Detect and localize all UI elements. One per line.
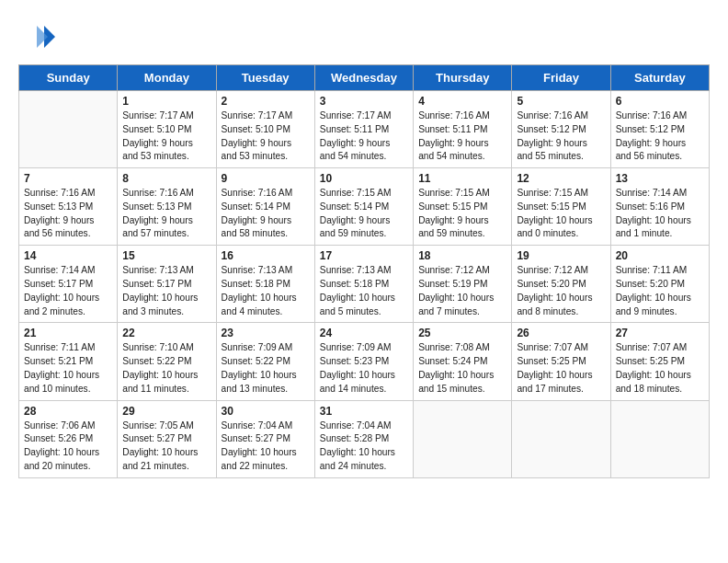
day-number: 3	[320, 95, 408, 108]
day-number: 11	[418, 172, 506, 185]
day-info: Sunrise: 7:16 AM Sunset: 5:11 PM Dayligh…	[418, 109, 506, 164]
day-info: Sunrise: 7:14 AM Sunset: 5:16 PM Dayligh…	[616, 187, 704, 241]
day-number: 12	[517, 172, 605, 185]
week-row-2: 7Sunrise: 7:16 AM Sunset: 5:13 PM Daylig…	[19, 168, 710, 246]
day-number: 15	[122, 249, 210, 262]
day-number: 30	[222, 405, 310, 418]
day-number: 20	[616, 249, 704, 262]
calendar-cell: 29Sunrise: 7:05 AM Sunset: 5:27 PM Dayli…	[118, 400, 216, 477]
day-info: Sunrise: 7:10 AM Sunset: 5:22 PM Dayligh…	[122, 341, 210, 396]
weekday-header-friday: Friday	[512, 65, 610, 91]
day-info: Sunrise: 7:08 AM Sunset: 5:24 PM Dayligh…	[418, 341, 506, 396]
calendar-cell: 21Sunrise: 7:11 AM Sunset: 5:21 PM Dayli…	[19, 323, 118, 400]
weekday-header-tuesday: Tuesday	[216, 65, 314, 91]
logo-icon	[18, 18, 55, 55]
weekday-header-saturday: Saturday	[610, 65, 709, 91]
day-info: Sunrise: 7:05 AM Sunset: 5:27 PM Dayligh…	[122, 419, 210, 474]
weekday-header-sunday: Sunday	[19, 65, 118, 91]
weekday-header-row: SundayMondayTuesdayWednesdayThursdayFrid…	[19, 65, 710, 91]
calendar-cell: 3Sunrise: 7:17 AM Sunset: 5:11 PM Daylig…	[314, 91, 413, 168]
calendar-cell: 2Sunrise: 7:17 AM Sunset: 5:10 PM Daylig…	[216, 91, 314, 168]
calendar-cell: 12Sunrise: 7:15 AM Sunset: 5:15 PM Dayli…	[512, 168, 610, 246]
calendar-cell: 1Sunrise: 7:17 AM Sunset: 5:10 PM Daylig…	[118, 91, 216, 168]
day-number: 26	[517, 327, 605, 339]
calendar-cell: 19Sunrise: 7:12 AM Sunset: 5:20 PM Dayli…	[512, 246, 610, 323]
calendar-cell: 9Sunrise: 7:16 AM Sunset: 5:14 PM Daylig…	[216, 168, 314, 246]
calendar-cell: 23Sunrise: 7:09 AM Sunset: 5:22 PM Dayli…	[216, 323, 314, 400]
calendar-cell	[414, 400, 512, 477]
weekday-header-thursday: Thursday	[414, 65, 512, 91]
calendar-cell: 20Sunrise: 7:11 AM Sunset: 5:20 PM Dayli…	[610, 246, 709, 323]
calendar-cell: 5Sunrise: 7:16 AM Sunset: 5:12 PM Daylig…	[512, 91, 610, 168]
day-number: 9	[222, 172, 310, 185]
week-row-1: 1Sunrise: 7:17 AM Sunset: 5:10 PM Daylig…	[19, 91, 710, 168]
day-number: 6	[616, 95, 704, 108]
calendar-cell: 7Sunrise: 7:16 AM Sunset: 5:13 PM Daylig…	[19, 168, 118, 246]
day-info: Sunrise: 7:15 AM Sunset: 5:15 PM Dayligh…	[418, 187, 506, 241]
day-info: Sunrise: 7:16 AM Sunset: 5:13 PM Dayligh…	[122, 187, 210, 241]
day-number: 10	[320, 172, 408, 185]
day-info: Sunrise: 7:12 AM Sunset: 5:20 PM Dayligh…	[517, 264, 605, 318]
day-info: Sunrise: 7:07 AM Sunset: 5:25 PM Dayligh…	[517, 341, 605, 396]
calendar-cell: 15Sunrise: 7:13 AM Sunset: 5:17 PM Dayli…	[118, 246, 216, 323]
calendar-cell: 18Sunrise: 7:12 AM Sunset: 5:19 PM Dayli…	[414, 246, 512, 323]
calendar-cell: 25Sunrise: 7:08 AM Sunset: 5:24 PM Dayli…	[414, 323, 512, 400]
day-number: 5	[517, 95, 605, 108]
day-number: 1	[122, 95, 210, 108]
calendar-cell: 27Sunrise: 7:07 AM Sunset: 5:25 PM Dayli…	[610, 323, 709, 400]
day-number: 19	[517, 249, 605, 262]
calendar-cell: 26Sunrise: 7:07 AM Sunset: 5:25 PM Dayli…	[512, 323, 610, 400]
calendar-cell	[512, 400, 610, 477]
logo	[18, 18, 59, 55]
calendar-cell: 24Sunrise: 7:09 AM Sunset: 5:23 PM Dayli…	[314, 323, 413, 400]
weekday-header-monday: Monday	[118, 65, 216, 91]
day-info: Sunrise: 7:15 AM Sunset: 5:14 PM Dayligh…	[320, 187, 408, 241]
calendar-cell: 14Sunrise: 7:14 AM Sunset: 5:17 PM Dayli…	[19, 246, 118, 323]
day-info: Sunrise: 7:11 AM Sunset: 5:20 PM Dayligh…	[616, 264, 704, 318]
week-row-3: 14Sunrise: 7:14 AM Sunset: 5:17 PM Dayli…	[19, 246, 710, 323]
calendar-cell: 17Sunrise: 7:13 AM Sunset: 5:18 PM Dayli…	[314, 246, 413, 323]
calendar-cell: 28Sunrise: 7:06 AM Sunset: 5:26 PM Dayli…	[19, 400, 118, 477]
day-info: Sunrise: 7:13 AM Sunset: 5:18 PM Dayligh…	[222, 264, 310, 318]
day-info: Sunrise: 7:09 AM Sunset: 5:22 PM Dayligh…	[222, 341, 310, 396]
calendar-cell: 31Sunrise: 7:04 AM Sunset: 5:28 PM Dayli…	[314, 400, 413, 477]
day-info: Sunrise: 7:13 AM Sunset: 5:18 PM Dayligh…	[320, 264, 408, 318]
page-header	[18, 18, 710, 55]
day-number: 14	[24, 249, 112, 262]
day-number: 29	[122, 405, 210, 418]
day-number: 27	[616, 327, 704, 339]
calendar-cell: 8Sunrise: 7:16 AM Sunset: 5:13 PM Daylig…	[118, 168, 216, 246]
day-info: Sunrise: 7:17 AM Sunset: 5:10 PM Dayligh…	[222, 109, 310, 164]
day-number: 13	[616, 172, 704, 185]
day-info: Sunrise: 7:04 AM Sunset: 5:27 PM Dayligh…	[222, 419, 310, 474]
calendar-cell: 11Sunrise: 7:15 AM Sunset: 5:15 PM Dayli…	[414, 168, 512, 246]
day-number: 7	[24, 172, 112, 185]
day-info: Sunrise: 7:06 AM Sunset: 5:26 PM Dayligh…	[24, 419, 112, 474]
day-info: Sunrise: 7:11 AM Sunset: 5:21 PM Dayligh…	[24, 341, 112, 396]
day-info: Sunrise: 7:04 AM Sunset: 5:28 PM Dayligh…	[320, 419, 408, 474]
week-row-5: 28Sunrise: 7:06 AM Sunset: 5:26 PM Dayli…	[19, 400, 710, 477]
day-info: Sunrise: 7:13 AM Sunset: 5:17 PM Dayligh…	[122, 264, 210, 318]
day-info: Sunrise: 7:14 AM Sunset: 5:17 PM Dayligh…	[24, 264, 112, 318]
calendar-cell: 16Sunrise: 7:13 AM Sunset: 5:18 PM Dayli…	[216, 246, 314, 323]
day-number: 21	[24, 327, 112, 339]
day-info: Sunrise: 7:17 AM Sunset: 5:10 PM Dayligh…	[122, 109, 210, 164]
week-row-4: 21Sunrise: 7:11 AM Sunset: 5:21 PM Dayli…	[19, 323, 710, 400]
calendar-cell: 4Sunrise: 7:16 AM Sunset: 5:11 PM Daylig…	[414, 91, 512, 168]
day-number: 4	[418, 95, 506, 108]
calendar-cell: 22Sunrise: 7:10 AM Sunset: 5:22 PM Dayli…	[118, 323, 216, 400]
calendar-cell: 10Sunrise: 7:15 AM Sunset: 5:14 PM Dayli…	[314, 168, 413, 246]
day-info: Sunrise: 7:16 AM Sunset: 5:12 PM Dayligh…	[616, 109, 704, 164]
day-info: Sunrise: 7:16 AM Sunset: 5:12 PM Dayligh…	[517, 109, 605, 164]
day-number: 8	[122, 172, 210, 185]
day-number: 22	[122, 327, 210, 339]
day-number: 24	[320, 327, 408, 339]
calendar-table: SundayMondayTuesdayWednesdayThursdayFrid…	[18, 64, 710, 478]
day-info: Sunrise: 7:16 AM Sunset: 5:13 PM Dayligh…	[24, 187, 112, 241]
day-number: 23	[222, 327, 310, 339]
day-number: 28	[24, 405, 112, 418]
day-number: 2	[222, 95, 310, 108]
calendar-cell: 30Sunrise: 7:04 AM Sunset: 5:27 PM Dayli…	[216, 400, 314, 477]
day-info: Sunrise: 7:07 AM Sunset: 5:25 PM Dayligh…	[616, 341, 704, 396]
calendar-cell	[19, 91, 118, 168]
